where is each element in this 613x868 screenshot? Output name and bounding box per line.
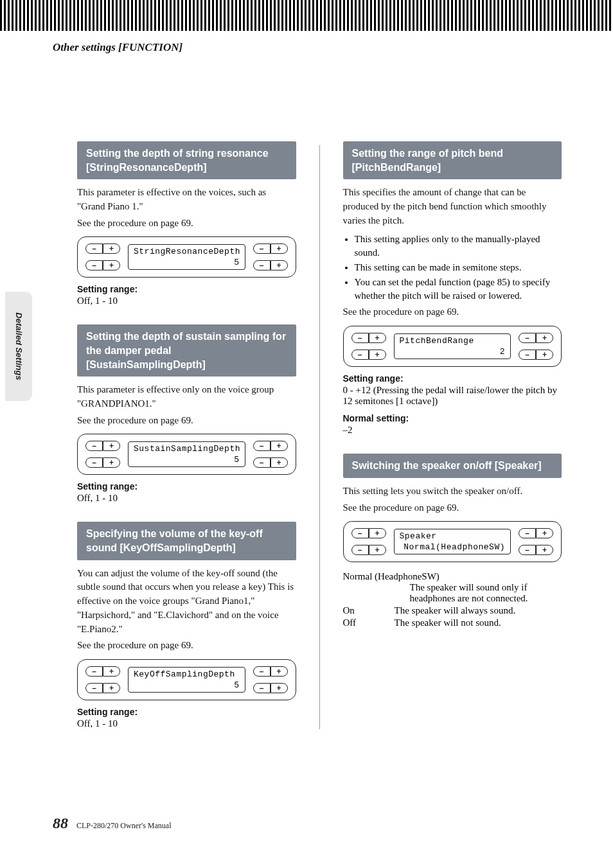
nav-buttons-a[interactable]: –+ [85, 441, 120, 451]
lcd-panel: –+ –+ KeyOffSamplingDepth 5 –+ –+ [77, 659, 296, 700]
minus-button[interactable]: – [519, 528, 536, 538]
minus-button[interactable]: – [85, 441, 103, 451]
minus-button[interactable]: – [519, 333, 536, 343]
column-divider [319, 145, 320, 729]
lcd-line2: 5 [234, 455, 239, 465]
nav-buttons-a[interactable]: –+ [351, 528, 386, 538]
side-tab: Detailed Settings [5, 292, 32, 401]
nav-buttons-c[interactable]: –+ [253, 441, 288, 451]
plus-button[interactable]: + [271, 457, 288, 468]
barcode-strip [0, 0, 613, 31]
minus-button[interactable]: – [351, 350, 369, 360]
setting-desc: The speaker will always sound. [395, 605, 562, 616]
list-item: This setting applies only to the manuall… [355, 233, 562, 260]
nav-buttons-a[interactable]: –+ [85, 666, 120, 677]
plus-button[interactable]: + [369, 528, 386, 538]
lcd-screen: StringResonanceDepth 5 [128, 244, 245, 270]
setting-range-label: Setting range: [77, 481, 296, 492]
page-footer: 88 CLP-280/270 Owner's Manual [53, 815, 171, 832]
minus-button[interactable]: – [351, 333, 369, 343]
minus-button[interactable]: – [85, 244, 103, 254]
plus-button[interactable]: + [536, 333, 553, 343]
minus-button[interactable]: – [351, 545, 369, 555]
nav-buttons-b[interactable]: –+ [85, 260, 120, 270]
left-column: Setting the depth of string resonance [S… [77, 141, 296, 729]
nav-buttons-b[interactable]: –+ [351, 545, 386, 555]
nav-buttons-c[interactable]: –+ [519, 528, 553, 538]
minus-button[interactable]: – [85, 666, 103, 677]
setting-key: On [343, 605, 395, 616]
minus-button[interactable]: – [85, 683, 103, 693]
nav-buttons-c[interactable]: –+ [253, 244, 288, 254]
setting-range-value: Off, 1 - 10 [77, 718, 296, 729]
section-heading-speaker: Switching the speaker on/off [Speaker] [343, 454, 562, 478]
minus-button[interactable]: – [253, 457, 271, 468]
plus-button[interactable]: + [271, 441, 288, 451]
lcd-line2: Normal(HeadphoneSW) [404, 542, 505, 552]
plus-button[interactable]: + [103, 244, 120, 254]
setting-range-label: Setting range: [77, 284, 296, 294]
plus-button[interactable]: + [271, 683, 288, 693]
paragraph: See the procedure on page 69. [343, 501, 562, 515]
plus-button[interactable]: + [271, 666, 288, 677]
plus-button[interactable]: + [536, 350, 553, 360]
minus-button[interactable]: – [85, 457, 103, 468]
paragraph: See the procedure on page 69. [77, 414, 296, 428]
nav-buttons-b[interactable]: –+ [85, 683, 120, 693]
lcd-screen: SustainSamplingDepth 5 [128, 441, 245, 467]
minus-button[interactable]: – [253, 666, 271, 677]
plus-button[interactable]: + [536, 545, 553, 555]
manual-title: CLP-280/270 Owner's Manual [76, 821, 171, 830]
nav-buttons-d[interactable]: –+ [519, 350, 553, 360]
lcd-screen: PitchBendRange 2 [394, 333, 511, 359]
minus-button[interactable]: – [85, 260, 103, 270]
minus-button[interactable]: – [253, 260, 271, 270]
nav-buttons-d[interactable]: –+ [519, 545, 553, 555]
plus-button[interactable]: + [103, 441, 120, 451]
minus-button[interactable]: – [519, 545, 536, 555]
minus-button[interactable]: – [253, 683, 271, 693]
bullet-list: This setting applies only to the manuall… [343, 233, 562, 303]
paragraph: See the procedure on page 69. [77, 639, 296, 653]
minus-button[interactable]: – [519, 350, 536, 360]
setting-key: Off [343, 617, 395, 628]
minus-button[interactable]: – [351, 528, 369, 538]
nav-buttons-d[interactable]: –+ [253, 457, 288, 468]
plus-button[interactable]: + [271, 260, 288, 270]
section-heading-string-resonance: Setting the depth of string resonance [S… [77, 141, 296, 179]
nav-buttons-d[interactable]: –+ [253, 683, 288, 693]
nav-buttons-b[interactable]: –+ [351, 350, 386, 360]
plus-button[interactable]: + [103, 683, 120, 693]
setting-range-value: Off, 1 - 10 [77, 296, 296, 306]
plus-button[interactable]: + [103, 666, 120, 677]
setting-key: Normal (HeadphoneSW) [343, 571, 562, 582]
plus-button[interactable]: + [369, 545, 386, 555]
plus-button[interactable]: + [103, 457, 120, 468]
nav-buttons-c[interactable]: –+ [253, 666, 288, 677]
paragraph: This parameter is effective on the voice… [77, 186, 296, 214]
normal-setting-value: –2 [343, 425, 562, 436]
lcd-panel: –+ –+ SustainSamplingDepth 5 –+ –+ [77, 434, 296, 475]
nav-buttons-b[interactable]: –+ [85, 457, 120, 468]
lcd-screen: Speaker Normal(HeadphoneSW) [394, 529, 511, 554]
lcd-screen: KeyOffSamplingDepth 5 [128, 667, 245, 693]
plus-button[interactable]: + [369, 333, 386, 343]
lcd-line1: PitchBendRange [400, 336, 506, 346]
plus-button[interactable]: + [369, 350, 386, 360]
nav-buttons-c[interactable]: –+ [519, 333, 553, 343]
plus-button[interactable]: + [271, 244, 288, 254]
minus-button[interactable]: – [253, 441, 271, 451]
minus-button[interactable]: – [253, 244, 271, 254]
plus-button[interactable]: + [103, 260, 120, 270]
nav-buttons-a[interactable]: –+ [85, 244, 120, 254]
nav-buttons-d[interactable]: –+ [253, 260, 288, 270]
breadcrumb: Other settings [FUNCTION] [53, 41, 182, 54]
page-number: 88 [53, 815, 68, 831]
right-column: Setting the range of pitch bend [PitchBe… [343, 141, 562, 729]
lcd-line1: StringResonanceDepth [134, 247, 240, 256]
nav-buttons-a[interactable]: –+ [351, 333, 386, 343]
list-item: You can set the pedal function (page 85)… [355, 276, 562, 303]
lcd-panel: –+ –+ StringResonanceDepth 5 –+ –+ [77, 236, 296, 278]
paragraph: This parameter is effective only on the … [77, 383, 296, 411]
plus-button[interactable]: + [536, 528, 553, 538]
